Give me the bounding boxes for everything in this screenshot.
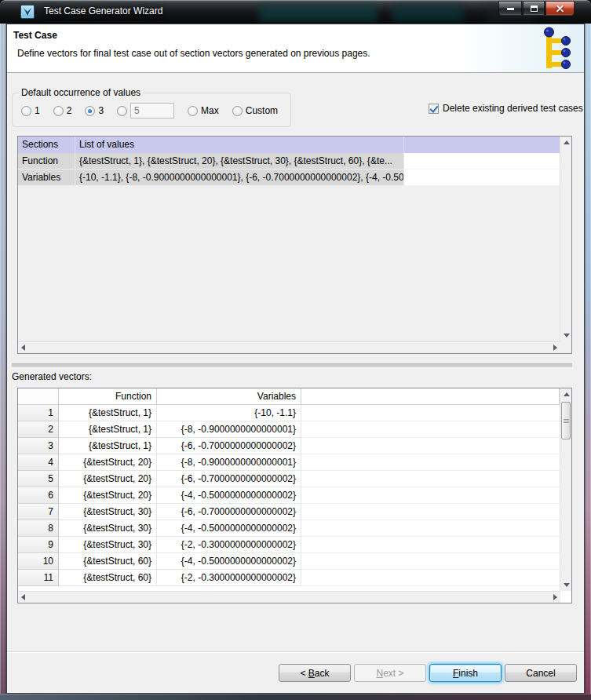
next-button[interactable]: Next > (354, 664, 426, 682)
function-cell[interactable]: {&testStruct, 60} (59, 570, 157, 586)
arrow-right-icon[interactable] (553, 345, 557, 351)
column-header-empty (301, 388, 560, 405)
table-row[interactable]: 7 {&testStruct, 30} {-6, -0.700000000000… (18, 504, 560, 520)
table-row[interactable]: 3 {&testStruct, 1} {-6, -0.7000000000000… (18, 438, 560, 454)
variables-cell[interactable]: {-4, -0.5000000000000002} (157, 553, 301, 570)
row-number-cell[interactable]: 3 (18, 438, 59, 454)
window-title: Test Case Generator Wizard (44, 5, 162, 16)
empty-cell (301, 537, 560, 553)
scroll-down-button[interactable] (560, 330, 572, 341)
window-frame-left (0, 24, 6, 694)
table-row[interactable]: 8 {&testStruct, 30} {-4, -0.500000000000… (18, 520, 560, 537)
table-row[interactable]: Variables {-10, -1.1}, {-8, -0.900000000… (18, 170, 560, 186)
column-header-function: Function (59, 388, 157, 405)
function-cell[interactable]: {&testStruct, 1} (59, 421, 157, 438)
variables-cell[interactable]: {-6, -0.7000000000000002} (157, 438, 301, 454)
scroll-up-button[interactable] (560, 137, 572, 148)
column-header-list-of-values: List of values (75, 137, 404, 153)
scroll-down-button[interactable] (560, 579, 572, 591)
function-cell[interactable]: {&testStruct, 60} (59, 553, 157, 570)
radio-option-3[interactable]: 3 (85, 105, 104, 116)
row-number-cell[interactable]: 5 (18, 471, 59, 487)
close-button[interactable] (545, 1, 575, 16)
function-cell[interactable]: {&testStruct, 20} (59, 471, 157, 487)
table-row[interactable]: 5 {&testStruct, 20} {-6, -0.700000000000… (18, 471, 560, 487)
wizard-page-header: Test Case Define vectors for final test … (7, 24, 584, 73)
radio-icon (232, 106, 243, 116)
arrow-left-icon[interactable] (21, 345, 25, 351)
cancel-button[interactable]: Cancel (505, 664, 577, 682)
table-row[interactable]: 9 {&testStruct, 30} {-2, -0.300000000000… (18, 537, 560, 553)
finish-button[interactable]: Finish (429, 664, 502, 682)
splitter-handle[interactable] (12, 363, 572, 367)
row-number-cell[interactable]: 2 (18, 421, 59, 438)
button-bar-separator (7, 651, 584, 653)
back-button[interactable]: < Back (279, 664, 351, 682)
delete-derived-checkbox[interactable]: Delete existing derived test cases (429, 103, 583, 114)
function-cell[interactable]: {&testStruct, 20} (59, 454, 157, 471)
section-values-cell[interactable]: {&testStruct, 1}, {&testStruct, 20}, {&t… (75, 153, 404, 170)
radio-option-2[interactable]: 2 (53, 105, 72, 116)
vertical-scrollbar[interactable] (560, 388, 571, 591)
radio-option-custom-count[interactable] (117, 103, 174, 118)
table-row[interactable]: 6 {&testStruct, 20} {-4, -0.500000000000… (18, 487, 560, 504)
row-number-cell[interactable]: 11 (18, 570, 59, 586)
wizard-buttons: < Back Next > Finish Cancel (279, 664, 577, 682)
horizontal-scrollbar[interactable] (18, 591, 560, 603)
table-row[interactable]: 4 {&testStruct, 20} {-8, -0.900000000000… (18, 454, 560, 471)
row-number-cell[interactable]: 8 (18, 520, 59, 537)
column-header-sections: Sections (18, 137, 75, 153)
arrow-right-icon[interactable] (553, 594, 557, 600)
arrow-left-icon[interactable] (21, 594, 25, 600)
function-cell[interactable]: {&testStruct, 20} (59, 487, 157, 504)
radio-icon (53, 106, 64, 116)
table-row[interactable]: 1 {&testStruct, 1} {-10, -1.1} (18, 405, 560, 421)
radio-option-max[interactable]: Max (188, 105, 219, 116)
maximize-button[interactable] (523, 1, 545, 16)
arrow-down-icon (564, 334, 570, 337)
radio-label: 3 (98, 105, 104, 116)
table-row[interactable]: 11 {&testStruct, 60} {-2, -0.30000000000… (18, 570, 560, 586)
page-title: Test Case (13, 30, 57, 41)
row-number-cell[interactable]: 10 (18, 553, 59, 570)
variables-cell[interactable]: {-2, -0.3000000000000002} (157, 537, 301, 553)
variables-cell[interactable]: {-8, -0.9000000000000001} (157, 421, 301, 438)
variables-cell[interactable]: {-4, -0.5000000000000002} (157, 487, 301, 504)
scroll-up-button[interactable] (560, 388, 572, 400)
table-row[interactable]: Function {&testStruct, 1}, {&testStruct,… (18, 153, 560, 170)
function-cell[interactable]: {&testStruct, 30} (59, 520, 157, 537)
function-cell[interactable]: {&testStruct, 30} (59, 504, 157, 520)
variables-cell[interactable]: {-2, -0.3000000000000002} (157, 570, 301, 586)
table-row[interactable]: 10 {&testStruct, 60} {-4, -0.50000000000… (18, 553, 560, 570)
occurrence-count-field[interactable] (130, 103, 174, 118)
variables-cell[interactable]: {-10, -1.1} (157, 405, 301, 421)
section-values-cell[interactable]: {-10, -1.1}, {-8, -0.9000000000000001}, … (75, 170, 404, 186)
table-row[interactable]: 2 {&testStruct, 1} {-8, -0.9000000000000… (18, 421, 560, 438)
variables-cell[interactable]: {-6, -0.7000000000000002} (157, 504, 301, 520)
function-cell[interactable]: {&testStruct, 1} (59, 405, 157, 421)
wizard-window: Test Case Generator Wizard Test Case Def… (0, 0, 591, 700)
empty-cell (301, 520, 560, 537)
test-tree-icon (539, 27, 574, 73)
function-cell[interactable]: {&testStruct, 30} (59, 537, 157, 553)
row-number-cell[interactable]: 7 (18, 504, 59, 520)
row-number-cell[interactable]: 4 (18, 454, 59, 471)
vertical-scrollbar[interactable] (560, 137, 571, 341)
scrollbar-thumb[interactable] (561, 402, 571, 439)
row-number-cell[interactable]: 6 (18, 487, 59, 504)
horizontal-scrollbar[interactable] (18, 341, 560, 353)
radio-icon (21, 106, 31, 116)
variables-cell[interactable]: {-8, -0.9000000000000001} (157, 454, 301, 471)
minimize-button[interactable] (498, 1, 522, 16)
function-cell[interactable]: {&testStruct, 1} (59, 438, 157, 454)
variables-cell[interactable]: {-6, -0.7000000000000002} (157, 471, 301, 487)
row-number-cell[interactable]: 1 (18, 405, 59, 421)
radio-option-custom[interactable]: Custom (232, 105, 278, 116)
maximize-icon (531, 5, 538, 12)
section-name-cell[interactable]: Variables (18, 170, 75, 186)
titlebar[interactable]: Test Case Generator Wizard (0, 0, 591, 24)
variables-cell[interactable]: {-4, -0.5000000000000002} (157, 520, 301, 537)
section-name-cell[interactable]: Function (18, 153, 75, 170)
row-number-cell[interactable]: 9 (18, 537, 59, 553)
radio-option-1[interactable]: 1 (21, 105, 40, 116)
